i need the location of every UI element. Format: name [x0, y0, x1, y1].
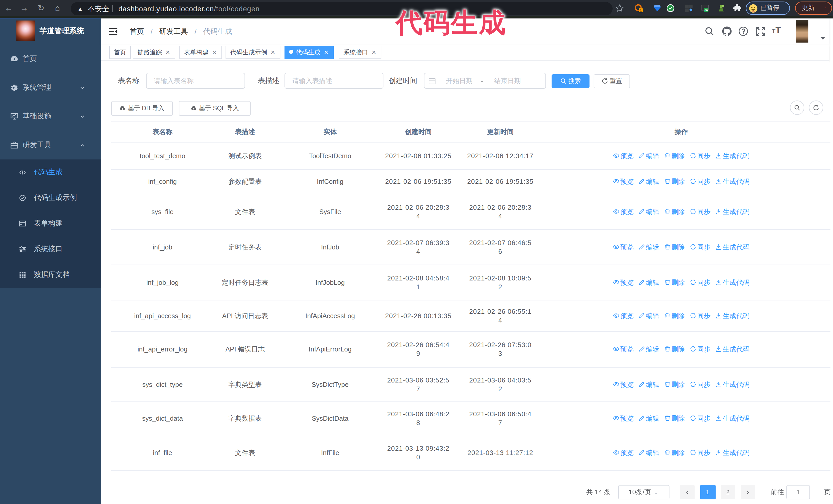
svg-text:on: on: [704, 8, 708, 11]
svg-text:1: 1: [640, 8, 642, 12]
